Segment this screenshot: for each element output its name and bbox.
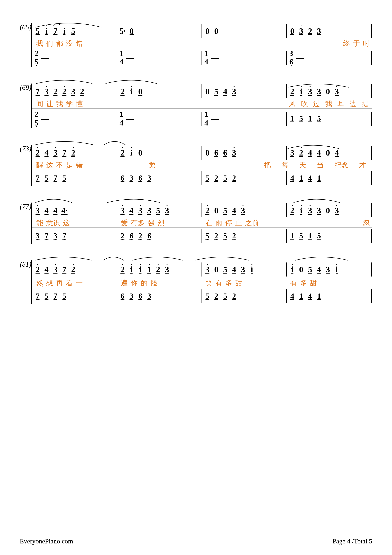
bass-val: 4· xyxy=(290,174,294,183)
bass-5ul6: 5 xyxy=(316,231,322,240)
note-3de: 3 xyxy=(164,206,170,215)
bass-val: 5 xyxy=(35,58,38,66)
page: (65) 5 i 7 xyxy=(0,0,392,555)
lyric-char: 多 xyxy=(300,278,307,288)
lyric-yi: 一 xyxy=(76,278,83,288)
bass-69c: 1 4 xyxy=(205,110,208,127)
note-0: 0 xyxy=(214,265,219,274)
slur-77b xyxy=(106,197,161,203)
lyric-cuo: 错 xyxy=(76,39,83,48)
bass-2ul4: 2· xyxy=(231,292,237,300)
lyric-cai: 才 xyxy=(359,161,366,170)
lyric-jue: 觉 xyxy=(148,161,155,169)
note-7: 7 xyxy=(35,87,41,95)
bass-m69c: 1 4 — xyxy=(202,110,286,127)
bass-val: 5 xyxy=(299,231,303,240)
bass-m69d: 1 5 1 5 xyxy=(287,115,371,122)
note-value: 4· xyxy=(61,206,68,215)
bass-5ul: 5· xyxy=(43,292,50,300)
bass-val: 5 xyxy=(317,115,321,122)
lyric-char: 边 xyxy=(349,99,356,109)
note-value: 5 xyxy=(223,206,227,215)
bass-5ul: 5· xyxy=(43,174,50,183)
bass-val: 5· xyxy=(223,231,227,240)
note-value: i xyxy=(251,265,253,274)
note-i2: i xyxy=(137,265,143,274)
lyric-char: 遍 xyxy=(121,278,128,288)
note-3dd: 3 xyxy=(146,206,152,215)
note-value: i xyxy=(45,27,48,35)
lyric-char: 多 xyxy=(225,278,232,288)
lyric-m81b: 遍 你 的 脸 xyxy=(118,278,203,288)
lyric-char: 让 xyxy=(46,99,53,109)
note-value: 3 xyxy=(138,206,142,215)
note-5a: 5 xyxy=(155,206,161,215)
note-5dot: 5· xyxy=(120,27,126,35)
note-5b: 5 xyxy=(70,27,76,35)
bass-note-25: 2 5 xyxy=(35,49,38,66)
note-value: 3 xyxy=(308,206,312,215)
lyric-de: 的 xyxy=(141,278,148,288)
note-value: 4 xyxy=(44,265,49,274)
lyric-neng: 能 xyxy=(36,218,43,227)
bass-m81a: 7· 5· 7· 5· xyxy=(32,292,117,300)
note-value: 3 xyxy=(241,265,245,274)
lyric-shi: 是 xyxy=(66,161,73,170)
lyric-char: 甜 xyxy=(310,278,317,288)
note-value: 2 xyxy=(53,87,57,95)
lyric-zhe: 这 xyxy=(46,161,53,170)
note-i3: i xyxy=(249,265,255,274)
bass-val: 1 xyxy=(290,115,294,122)
note-value: 2 xyxy=(156,265,160,274)
lyric-jinian: 纪念 xyxy=(335,161,348,170)
bass-val: 3 xyxy=(289,49,293,58)
bass-val: 2· xyxy=(232,292,236,300)
note-3df: 3 xyxy=(334,87,340,95)
note-5: 5 xyxy=(35,27,41,35)
note-2b: 2 xyxy=(289,206,295,215)
lyric-char: 想 xyxy=(46,278,53,288)
slur-81a xyxy=(34,255,93,261)
note-3dc: 3 xyxy=(231,87,237,95)
measure-77b: 3 4 3 3 5 3 xyxy=(117,206,201,215)
slur-69b xyxy=(105,78,157,84)
note-value: 3 xyxy=(299,27,303,35)
measure-73c: 0 6 6 3 xyxy=(202,149,286,157)
note-0a: 0 xyxy=(129,27,135,35)
bass-5ul4: 5· xyxy=(222,231,228,240)
bass-m73c: 5· 2· 5· 2· xyxy=(202,174,286,183)
bass-m65c: 1 4 — xyxy=(202,49,286,66)
slur-73b xyxy=(103,139,126,146)
bass-val: 5· xyxy=(206,231,209,240)
bass-m65d: 3 6 — xyxy=(287,49,371,66)
note-2: 2 xyxy=(205,206,210,215)
bass-6ul: 6· xyxy=(120,292,126,300)
bass-val: 3· xyxy=(129,292,133,300)
note-value: i xyxy=(300,87,302,95)
lyric-char: 不 xyxy=(56,161,63,170)
spacer: 觉 xyxy=(148,161,258,170)
lyric-shi: 时 xyxy=(363,39,370,48)
bass-1ul: 1 xyxy=(289,115,295,122)
note-value: 3 xyxy=(205,265,209,274)
lyric-char: 终 xyxy=(343,39,350,48)
note-3da: 3 xyxy=(43,87,50,95)
lyric-char: 错 xyxy=(76,39,83,48)
treble-row-69: 7 3 2 2 3 2 xyxy=(32,84,372,99)
note-i: i xyxy=(128,149,134,157)
bass-val: 1 xyxy=(205,110,208,118)
lyric-char: 笑 xyxy=(206,278,212,288)
lyric-char: 我 xyxy=(56,99,63,109)
lyric-you: 有 xyxy=(215,278,222,288)
note-value: 0 xyxy=(299,265,303,274)
bass-val: 5 xyxy=(299,115,303,122)
lyric-char: 懂 xyxy=(76,99,83,109)
lyric-m81a: 然 想 再 看 一 xyxy=(34,278,118,288)
bass-val: 3· xyxy=(147,292,151,300)
bass-3ul: 3· xyxy=(35,231,41,240)
note-3dh: 3 xyxy=(316,206,322,215)
note-i1: i xyxy=(43,27,50,35)
bass-val: 6· xyxy=(138,292,142,300)
lyric-yu: 于 xyxy=(353,39,360,48)
note-value: 0 xyxy=(130,27,134,35)
